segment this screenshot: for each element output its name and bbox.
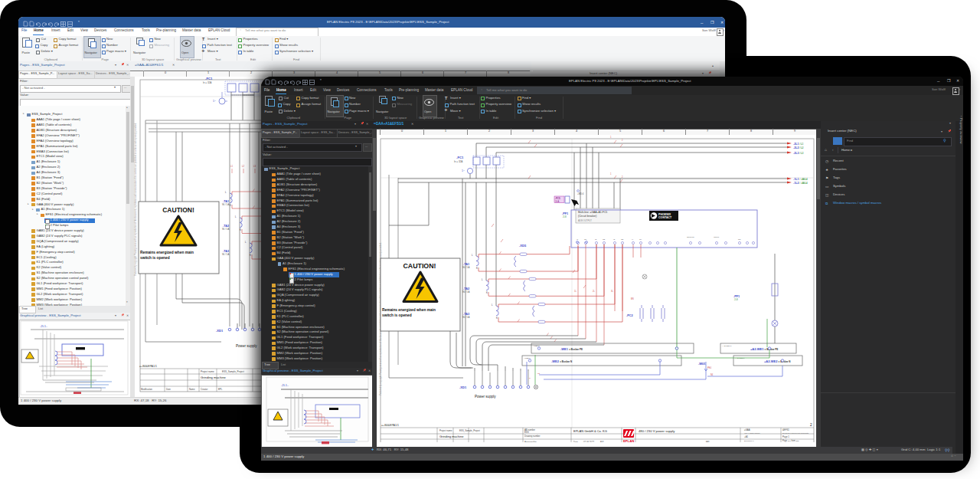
svg-text:-WE2 = Busbar N: -WE2 = Busbar N <box>551 359 572 363</box>
svg-text:L: L <box>472 254 473 257</box>
svg-text:In = 32A: In = 32A <box>454 160 462 163</box>
svg-text:N4: N4 <box>710 373 714 376</box>
svg-text:L: L <box>482 278 483 281</box>
svg-text:2: 2 <box>622 176 623 179</box>
svg-text:+A2-WE1 = Busbar PE: +A2-WE1 = Busbar PE <box>750 347 778 351</box>
svg-text:L: L <box>235 215 237 218</box>
svg-text:Power supply: Power supply <box>236 344 257 348</box>
svg-text:Grinding machine: Grinding machine <box>201 376 226 379</box>
svg-text:Remains energized when main: Remains energized when main <box>140 251 194 254</box>
svg-text:Date: Date <box>166 388 171 391</box>
svg-text:K: K <box>486 291 488 294</box>
svg-text:EPLAN GmbH & Co. KG: EPLAN GmbH & Co. KG <box>573 429 607 433</box>
svg-text:&EFS1: &EFS1 <box>782 428 789 431</box>
svg-text:2L: 2L <box>593 290 595 293</box>
svg-text:Enclosure 1: Enclosure 1 <box>744 440 754 442</box>
svg-text:1: 1 <box>610 136 612 139</box>
svg-text:Q1: Q1 <box>584 238 587 241</box>
svg-text:-PF1: -PF1 <box>562 212 568 215</box>
svg-text:02.06.2022: 02.06.2022 <box>583 441 594 442</box>
svg-text:-PC2: -PC2 <box>626 314 633 317</box>
svg-text:2LB: 2LB <box>734 298 738 301</box>
svg-text:Protected by copyright. Passin: Protected by copyright. Passing on as we… <box>134 123 137 276</box>
svg-text:-FC5: -FC5 <box>555 197 560 200</box>
svg-text:1~: 1~ <box>462 169 465 172</box>
svg-text:switch is opened: switch is opened <box>382 313 412 317</box>
svg-text:1~: 1~ <box>213 100 216 103</box>
svg-text:96 / 5 A: 96 / 5 A <box>462 316 470 319</box>
svg-text:K: K <box>240 228 241 231</box>
svg-text:-PF1: -PF1 <box>733 295 740 298</box>
svg-text:Date: Date <box>573 441 578 442</box>
svg-text:-2L1..: -2L1.. <box>281 383 289 387</box>
svg-text:Modification: Modification <box>141 388 152 391</box>
svg-text:EPL: EPL <box>218 388 223 391</box>
svg-text:+A2-WE2.1: +A2-WE2.1 <box>735 357 745 359</box>
svg-text:-FC1: -FC1 <box>456 156 464 159</box>
svg-text:N: N <box>529 377 531 379</box>
svg-text:2LB: 2LB <box>563 215 567 218</box>
svg-text:PE4: PE4 <box>707 366 711 369</box>
svg-text:I4: I4 <box>632 238 634 241</box>
svg-text:Drawing number: Drawing number <box>524 435 541 438</box>
svg-text:Page 1: Page 1 <box>782 435 789 438</box>
svg-text:L: L <box>492 303 493 307</box>
svg-text:(Circuit breaker): (Circuit breaker) <box>578 215 596 218</box>
svg-text:96 / 5 A: 96 / 5 A <box>462 266 470 269</box>
svg-text:K: K <box>230 204 231 207</box>
svg-text:1L: 1L <box>574 290 577 293</box>
svg-text:96 / 5 A: 96 / 5 A <box>222 228 230 231</box>
svg-text:-FC1: -FC1 <box>205 77 213 80</box>
svg-text:96 / 5 A: 96 / 5 A <box>222 253 230 256</box>
svg-text:Project name: Project name <box>439 429 452 432</box>
svg-text:switch is opened: switch is opened <box>140 256 170 260</box>
svg-text:=+B4&EPA1/1: =+B4&EPA1/1 <box>139 365 157 368</box>
svg-text:CAUTION!: CAUTION! <box>403 262 436 270</box>
svg-text:I1: I1 <box>577 238 579 241</box>
svg-text:+A1: +A1 <box>744 435 748 438</box>
svg-text:2: 2 <box>810 423 812 427</box>
svg-text:Page 176 from 365: Page 176 from 365 <box>782 439 799 442</box>
svg-text:Electrical engineering schemat: Electrical engineering schematic <box>782 432 809 435</box>
svg-text:-2L2 / L2: -2L2 / L2 <box>793 146 804 149</box>
svg-text:L: L <box>225 191 227 194</box>
svg-text:Name: Name <box>189 388 195 391</box>
svg-text:EPL: EPL <box>706 441 710 442</box>
svg-text:+A2-WE1.1: +A2-WE1.1 <box>722 345 732 347</box>
svg-text:+MD;4: +MD;4 <box>577 192 584 195</box>
svg-text:16 A: 16 A <box>555 200 559 203</box>
svg-text:CAUTION!: CAUTION! <box>162 206 194 214</box>
svg-text:Q4: Q4 <box>639 238 642 241</box>
svg-text:-2L3 / L3: -2L3 / L3 <box>793 152 804 155</box>
svg-text:Multi-line: =GAA+A1-FC5: Multi-line: =GAA+A1-FC5 <box>578 211 607 214</box>
svg-text:-XD1: -XD1 <box>459 385 467 389</box>
svg-text:96 / 5 A: 96 / 5 A <box>222 203 230 206</box>
svg-text:BN: BN <box>631 297 634 300</box>
svg-text:-WE1 = Busbar PE: -WE1 = Busbar PE <box>560 347 583 351</box>
svg-text:L: L <box>245 241 247 244</box>
svg-text:2: 2 <box>622 139 623 142</box>
svg-text:-1L1 / -4A/L4: -1L1 / -4A/L4 <box>793 178 808 181</box>
svg-text:1: 1 <box>610 172 612 176</box>
svg-text:Power supply: Power supply <box>475 395 496 399</box>
svg-text:K: K <box>250 254 251 257</box>
svg-text:96 / 5 A: 96 / 5 A <box>462 290 470 294</box>
svg-text:I3: I3 <box>613 238 616 241</box>
svg-text:3L: 3L <box>611 290 613 293</box>
svg-text:-W01: -W01 <box>698 362 706 366</box>
svg-text:Creator: Creator <box>201 388 207 391</box>
svg-text:=+B4&EPA1/1: =+B4&EPA1/1 <box>381 424 399 427</box>
svg-text:=GAA: =GAA <box>744 428 750 431</box>
svg-text:L1: L1 <box>230 165 234 168</box>
svg-text:EVL: EVL <box>600 441 605 442</box>
svg-text:PHOENIX: PHOENIX <box>658 213 671 216</box>
svg-text:ADB OUTPUT: ADB OUTPUT <box>578 219 592 222</box>
svg-text:EPLAN: EPLAN <box>623 439 634 442</box>
svg-text:I2: I2 <box>595 238 597 241</box>
svg-text:Project name: Project name <box>201 370 214 373</box>
svg-text:-XD5: -XD5 <box>519 244 527 248</box>
svg-text:L3: L3 <box>253 165 256 168</box>
svg-text:INPUT: INPUT <box>714 236 720 238</box>
svg-text:CONTACT: CONTACT <box>658 216 672 219</box>
svg-text:K: K <box>496 317 498 320</box>
